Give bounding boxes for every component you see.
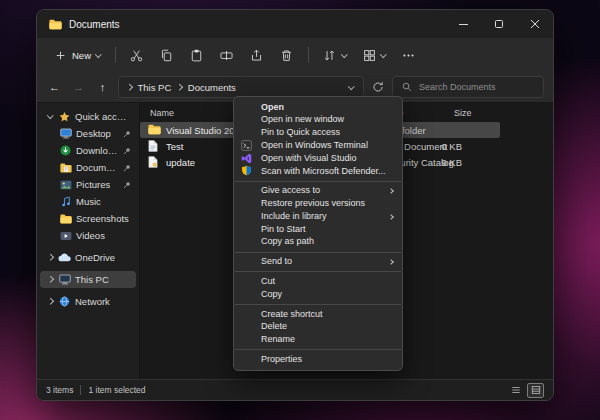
context-menu-item-restore-previous-versions[interactable]: Restore previous versions [234, 197, 402, 210]
chevron-down-icon [380, 51, 386, 57]
view-button[interactable] [355, 44, 393, 66]
new-button-label: New [72, 50, 91, 61]
desktop-wallpaper: Documents New [0, 0, 600, 420]
maximize-button[interactable] [481, 10, 517, 38]
context-menu-item-open-with-visual-studio[interactable]: Open with Visual Studio [234, 152, 402, 165]
column-header-size[interactable]: Size [454, 108, 472, 118]
context-menu-separator [235, 181, 401, 182]
trash-icon [280, 48, 294, 62]
layout-grid-icon [362, 48, 376, 62]
items-count: 3 items [46, 385, 73, 395]
context-menu-item-copy[interactable]: Copy [234, 288, 402, 301]
status-divider [80, 385, 81, 395]
toolbar-divider [308, 47, 309, 63]
sidebar-item-onedrive[interactable]: OneDrive [40, 249, 136, 266]
context-menu-item-open-in-windows-terminal[interactable]: Open in Windows Terminal [234, 139, 402, 152]
close-button[interactable] [517, 10, 553, 38]
breadcrumb-documents[interactable]: Documents [188, 82, 236, 93]
list-view-button[interactable] [507, 383, 524, 398]
sort-button[interactable] [316, 44, 354, 66]
cut-button[interactable] [123, 44, 151, 66]
pin-icon [123, 164, 131, 172]
copy-icon [160, 48, 174, 62]
context-menu-item-pin-to-quick-access[interactable]: Pin to Quick access [234, 127, 402, 140]
details-view-button[interactable] [527, 383, 544, 398]
folder-icon [48, 17, 62, 31]
rename-button[interactable] [213, 44, 241, 66]
sort-icon [323, 48, 337, 62]
window-controls [445, 10, 553, 38]
context-menu-item-open-in-new-window[interactable]: Open in new window [234, 114, 402, 127]
context-menu-item-rename[interactable]: Rename [234, 334, 402, 347]
context-menu-item-label: Open with Visual Studio [261, 153, 356, 163]
computer-icon [58, 273, 71, 286]
context-menu-item-label: Include in library [261, 211, 327, 221]
chevron-down-icon [348, 83, 354, 89]
search-box[interactable] [392, 76, 544, 98]
sidebar-item-network[interactable]: Network [40, 293, 136, 310]
context-menu-item-label: Open in Windows Terminal [261, 140, 368, 150]
context-menu-item-scan-with-microsoft-defender[interactable]: Scan with Microsoft Defender... [234, 165, 402, 178]
sidebar-item-label: Quick access [75, 111, 131, 122]
copy-button[interactable] [153, 44, 181, 66]
sidebar-item-pictures[interactable]: Pictures [40, 176, 136, 193]
context-menu-item-open[interactable]: Open [234, 101, 402, 114]
paste-button[interactable] [183, 44, 211, 66]
context-menu-item-pin-to-start[interactable]: Pin to Start [234, 223, 402, 236]
download-icon [59, 144, 72, 157]
plus-icon [53, 48, 67, 62]
title-bar[interactable]: Documents [37, 10, 553, 38]
context-menu-item-label: Scan with Microsoft Defender... [261, 166, 386, 176]
sidebar-item-screenshots[interactable]: Screenshots [40, 210, 136, 227]
back-button[interactable]: ← [46, 82, 63, 93]
context-menu-item-cut[interactable]: Cut [234, 275, 402, 288]
context-menu-item-give-access-to[interactable]: Give access to [234, 185, 402, 198]
more-options-button[interactable] [395, 44, 423, 66]
sidebar-item-videos[interactable]: Videos [40, 227, 136, 244]
refresh-button[interactable] [371, 80, 385, 94]
music-note-icon [59, 195, 72, 208]
search-input[interactable] [419, 82, 536, 92]
context-menu: Open Open in new window Pin to Quick acc… [233, 96, 403, 371]
sidebar-item-label: Desktop [76, 128, 111, 139]
column-header-name[interactable]: Name [150, 108, 174, 118]
context-menu-separator [235, 349, 401, 350]
chevron-right-icon [126, 84, 132, 90]
context-menu-item-properties[interactable]: Properties [234, 353, 402, 366]
star-icon [58, 110, 71, 123]
delete-button[interactable] [273, 44, 301, 66]
up-button[interactable]: ↑ [94, 82, 111, 93]
context-menu-item-send-to[interactable]: Send to [234, 256, 402, 269]
context-menu-item-create-shortcut[interactable]: Create shortcut [234, 308, 402, 321]
chevron-right-icon [47, 277, 54, 282]
visual-studio-icon [241, 153, 253, 165]
search-icon [400, 80, 414, 94]
share-button[interactable] [243, 44, 271, 66]
context-menu-item-label: Give access to [261, 185, 320, 195]
minimize-button[interactable] [445, 10, 481, 38]
sidebar-item-downloads[interactable]: Downloads [40, 142, 136, 159]
context-menu-item-delete[interactable]: Delete [234, 321, 402, 334]
sidebar-item-label: Screenshots [76, 213, 129, 224]
sidebar-item-desktop[interactable]: Desktop [40, 125, 136, 142]
terminal-icon [241, 140, 253, 152]
context-menu-separator [235, 252, 401, 253]
address-dropdown-button[interactable] [349, 86, 356, 89]
cloud-icon [58, 251, 71, 264]
context-menu-item-include-in-library[interactable]: Include in library [234, 210, 402, 223]
sidebar-item-label: Downloads [76, 145, 119, 156]
security-catalog-icon [148, 156, 158, 168]
context-menu-item-copy-as-path[interactable]: Copy as path [234, 236, 402, 249]
sidebar-item-documents[interactable]: Documents [40, 159, 136, 176]
documents-folder-icon [59, 161, 72, 174]
sidebar-item-music[interactable]: Music [40, 193, 136, 210]
chevron-down-icon [95, 51, 101, 57]
sidebar-item-this-pc[interactable]: This PC [40, 271, 136, 288]
breadcrumb-this-pc[interactable]: This PC [138, 82, 172, 93]
forward-button[interactable]: → [70, 82, 87, 93]
desktop-icon [59, 127, 72, 140]
sidebar-item-quick-access[interactable]: Quick access [40, 108, 136, 125]
file-explorer-window: Documents New [36, 9, 554, 401]
new-button[interactable]: New [46, 44, 108, 66]
breadcrumb[interactable]: This PC Documents [118, 76, 364, 98]
